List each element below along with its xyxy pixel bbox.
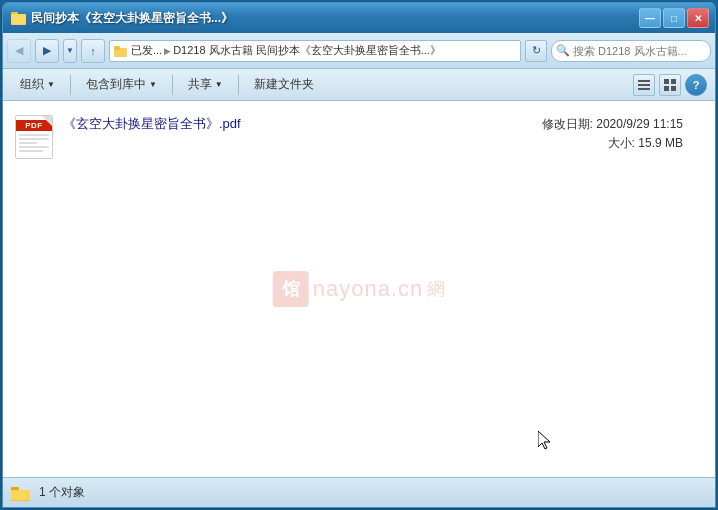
- details-view-icon: [664, 79, 676, 91]
- toolbar-separator-2: [172, 75, 173, 95]
- address-folder-icon: [114, 45, 128, 57]
- back-button[interactable]: ◀: [7, 39, 31, 63]
- breadcrumb-part-1[interactable]: 已发...: [131, 43, 162, 58]
- svg-rect-15: [11, 490, 30, 500]
- breadcrumb-sep: ▶: [164, 46, 171, 56]
- refresh-button[interactable]: ↻: [525, 40, 547, 62]
- title-buttons: — □ ✕: [639, 8, 709, 28]
- search-icon: 🔍: [556, 44, 570, 57]
- file-size: 大小: 15.9 MB: [542, 134, 683, 153]
- breadcrumb-part-2[interactable]: D1218 风水古籍 民间抄本《玄空大卦换星密旨全书...》: [173, 43, 441, 58]
- include-library-label: 包含到库中: [86, 76, 146, 93]
- file-name-area: 《玄空大卦换星密旨全书》.pdf: [63, 115, 241, 133]
- new-folder-button[interactable]: 新建文件夹: [245, 73, 323, 97]
- window-title: 民间抄本《玄空大卦换星密旨全书...》: [31, 10, 233, 27]
- svg-rect-7: [638, 88, 650, 90]
- new-folder-label: 新建文件夹: [254, 76, 314, 93]
- toolbar-separator-1: [70, 75, 71, 95]
- modified-date: 2020/9/29 11:15: [596, 117, 683, 131]
- include-library-button[interactable]: 包含到库中 ▼: [77, 73, 166, 97]
- toolbar-separator-3: [238, 75, 239, 95]
- svg-rect-5: [638, 80, 650, 82]
- maximize-button[interactable]: □: [663, 8, 685, 28]
- title-bar: 民间抄本《玄空大卦换星密旨全书...》 — □ ✕: [3, 3, 715, 33]
- include-library-arrow: ▼: [149, 80, 157, 89]
- list-view-icon: [638, 79, 650, 91]
- share-button[interactable]: 共享 ▼: [179, 73, 232, 97]
- share-label: 共享: [188, 76, 212, 93]
- file-modified-date: 修改日期: 2020/9/29 11:15: [542, 115, 683, 134]
- window-icon: [11, 10, 27, 26]
- size-label: 大小:: [608, 136, 635, 150]
- pdf-badge: PDF: [16, 120, 52, 131]
- svg-rect-9: [671, 79, 676, 84]
- status-item-count: 1 个对象: [39, 484, 85, 501]
- breadcrumb: 已发... ▶ D1218 风水古籍 民间抄本《玄空大卦换星密旨全书...》: [131, 43, 441, 58]
- file-icon: PDF: [15, 115, 55, 159]
- view-list-button[interactable]: [633, 74, 655, 96]
- modified-label: 修改日期:: [542, 117, 593, 131]
- svg-rect-10: [664, 86, 669, 91]
- file-item[interactable]: PDF 《玄空大卦换星密旨全书》.pdf: [11, 109, 707, 165]
- search-input[interactable]: [573, 45, 706, 57]
- organize-button[interactable]: 组织 ▼: [11, 73, 64, 97]
- status-bar: 1 个对象: [3, 477, 715, 507]
- share-arrow: ▼: [215, 80, 223, 89]
- help-button[interactable]: ?: [685, 74, 707, 96]
- svg-rect-8: [664, 79, 669, 84]
- history-dropdown[interactable]: ▼: [63, 39, 77, 63]
- explorer-window: 民间抄本《玄空大卦换星密旨全书...》 — □ ✕ ◀ ▶ ▼ ↑ 已发... …: [2, 2, 716, 508]
- organize-label: 组织: [20, 76, 44, 93]
- file-name: 《玄空大卦换星密旨全书》.pdf: [63, 115, 241, 133]
- toolbar-right: ?: [633, 74, 707, 96]
- up-button[interactable]: ↑: [81, 39, 105, 63]
- address-bar: ◀ ▶ ▼ ↑ 已发... ▶ D1218 风水古籍 民间抄本《玄空大卦换星密旨…: [3, 33, 715, 69]
- svg-rect-6: [638, 84, 650, 86]
- svg-rect-4: [114, 46, 120, 50]
- svg-rect-11: [671, 86, 676, 91]
- main-content: PDF 《玄空大卦换星密旨全书》.pdf: [3, 101, 715, 477]
- title-bar-left: 民间抄本《玄空大卦换星密旨全书...》: [11, 10, 233, 27]
- status-folder-icon: [11, 485, 31, 501]
- organize-arrow: ▼: [47, 80, 55, 89]
- toolbar: 组织 ▼ 包含到库中 ▼ 共享 ▼ 新建文件夹: [3, 69, 715, 101]
- close-button[interactable]: ✕: [687, 8, 709, 28]
- size-value: 15.9 MB: [638, 136, 683, 150]
- minimize-button[interactable]: —: [639, 8, 661, 28]
- pdf-lines: [16, 131, 52, 154]
- forward-button[interactable]: ▶: [35, 39, 59, 63]
- search-field[interactable]: 🔍: [551, 40, 711, 62]
- view-details-button[interactable]: [659, 74, 681, 96]
- address-field[interactable]: 已发... ▶ D1218 风水古籍 民间抄本《玄空大卦换星密旨全书...》: [109, 40, 521, 62]
- file-list: PDF 《玄空大卦换星密旨全书》.pdf: [3, 101, 715, 477]
- file-meta: 修改日期: 2020/9/29 11:15 大小: 15.9 MB: [542, 115, 703, 153]
- svg-rect-2: [11, 14, 26, 24]
